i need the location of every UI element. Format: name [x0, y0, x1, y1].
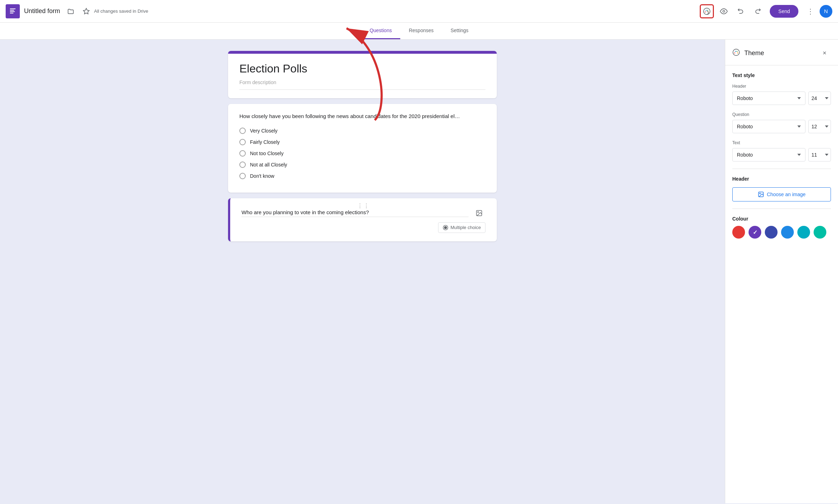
svg-point-12 [478, 211, 479, 212]
form-card-header: Election Polls Form description [228, 51, 497, 98]
choose-image-label: Choose an image [767, 192, 806, 197]
star-button[interactable] [79, 4, 93, 18]
add-image-button[interactable] [473, 207, 485, 219]
redo-button[interactable] [751, 4, 765, 18]
header-font-select[interactable]: Roboto Arial Times New Roman [732, 92, 805, 105]
more-button[interactable]: ⋮ [803, 4, 817, 18]
question-font-label: Question [732, 112, 831, 117]
question-card-1: How closely have you been following the … [228, 104, 497, 193]
theme-panel-icon [732, 48, 740, 58]
svg-point-10 [723, 10, 725, 12]
svg-point-19 [737, 52, 738, 53]
svg-point-8 [707, 10, 708, 11]
svg-point-16 [734, 52, 735, 53]
text-style-section-label: Text style [732, 72, 831, 78]
option-not-too-closely: Not too Closely [250, 151, 284, 156]
app-logo [6, 4, 20, 18]
swatch-red[interactable] [732, 226, 745, 239]
undo-button[interactable] [734, 4, 748, 18]
swatch-cyan[interactable] [797, 226, 810, 239]
header-font-row: Roboto Arial Times New Roman 24 20 22 26 [732, 92, 831, 105]
svg-rect-0 [10, 8, 16, 9]
divider-2 [732, 209, 831, 209]
question-font-row: Roboto Arial 12 11 13 14 [732, 120, 831, 133]
multiple-choice-badge[interactable]: Multiple choice [438, 222, 485, 233]
svg-point-14 [444, 226, 447, 229]
question-card-2: ⋮⋮ Who are you planning to vote in the c… [228, 198, 497, 241]
option-dont-know: Don't know [250, 173, 274, 179]
palette-button[interactable] [700, 4, 714, 18]
header-section-label: Header [732, 176, 831, 182]
radio-not-at-all [239, 162, 246, 168]
form-area: Election Polls Form description How clos… [0, 40, 725, 503]
swatch-teal[interactable] [814, 226, 826, 239]
tab-questions[interactable]: Questions [361, 23, 400, 39]
theme-panel-body: Text style Header Roboto Arial Times New… [725, 65, 838, 503]
svg-rect-1 [10, 10, 14, 11]
topbar-actions: Send ⋮ N [699, 4, 832, 18]
question-2-text[interactable]: Who are you planning to vote in the comi… [241, 209, 469, 217]
svg-point-18 [737, 51, 738, 52]
option-row-1: Very Closely [239, 128, 485, 134]
text-font-select[interactable]: Roboto Arial [732, 148, 805, 162]
svg-rect-3 [10, 13, 13, 13]
topbar: Untitled form All changes saved in Drive [0, 0, 838, 23]
option-row-3: Not too Closely [239, 150, 485, 157]
theme-panel: Theme × Text style Header Roboto Arial T… [725, 40, 838, 503]
text-size-select[interactable]: 11 10 12 13 [808, 148, 831, 162]
option-row-5: Don't know [239, 173, 485, 179]
drag-handle[interactable]: ⋮⋮ [357, 203, 370, 209]
theme-panel-title: Theme [744, 49, 818, 57]
form-title-text[interactable]: Election Polls [239, 62, 485, 75]
preview-button[interactable] [717, 4, 731, 18]
radio-not-too-closely [239, 150, 246, 157]
form-title: Untitled form [24, 7, 60, 15]
radio-fairly-closely [239, 139, 246, 145]
svg-marker-4 [83, 8, 89, 14]
multiple-choice-label: Multiple choice [450, 225, 481, 230]
colour-swatches [732, 226, 831, 239]
header-font-label: Header [732, 84, 831, 89]
svg-point-21 [760, 193, 760, 194]
tabs-bar: Questions Responses Settings [0, 23, 838, 40]
svg-point-15 [733, 49, 739, 55]
tab-settings[interactable]: Settings [442, 23, 477, 39]
option-fairly-closely: Fairly Closely [250, 139, 280, 145]
divider-1 [732, 169, 831, 169]
radio-very-closely [239, 128, 246, 134]
question-font-select[interactable]: Roboto Arial [732, 120, 805, 133]
question-1-text: How closely have you been following the … [239, 112, 485, 121]
radio-dont-know [239, 173, 246, 179]
form-header-card: Election Polls Form description [228, 51, 497, 98]
form-description-text[interactable]: Form description [239, 80, 485, 90]
avatar[interactable]: N [820, 5, 832, 18]
option-very-closely: Very Closely [250, 128, 278, 134]
option-not-at-all: Not at all Closely [250, 162, 287, 168]
text-font-label: Text [732, 140, 831, 145]
swatch-indigo[interactable] [765, 226, 778, 239]
option-row-4: Not at all Closely [239, 162, 485, 168]
theme-close-button[interactable]: × [818, 47, 831, 59]
swatch-purple[interactable] [749, 226, 761, 239]
main-layout: Election Polls Form description How clos… [0, 40, 838, 503]
text-font-row: Roboto Arial 11 10 12 13 [732, 148, 831, 162]
send-button[interactable]: Send [770, 5, 798, 18]
option-row-2: Fairly Closely [239, 139, 485, 145]
folder-button[interactable] [64, 4, 78, 18]
svg-point-17 [735, 51, 736, 52]
header-size-select[interactable]: 24 20 22 26 [808, 92, 831, 105]
swatch-blue[interactable] [781, 226, 794, 239]
svg-rect-2 [10, 11, 15, 12]
svg-point-7 [706, 10, 707, 11]
svg-point-6 [705, 11, 706, 12]
tab-responses[interactable]: Responses [400, 23, 442, 39]
theme-panel-header: Theme × [725, 40, 838, 65]
saved-status: All changes saved in Drive [94, 8, 148, 14]
colour-section-label: Colour [732, 216, 831, 222]
question-size-select[interactable]: 12 11 13 14 [808, 120, 831, 133]
choose-image-button[interactable]: Choose an image [732, 187, 831, 201]
